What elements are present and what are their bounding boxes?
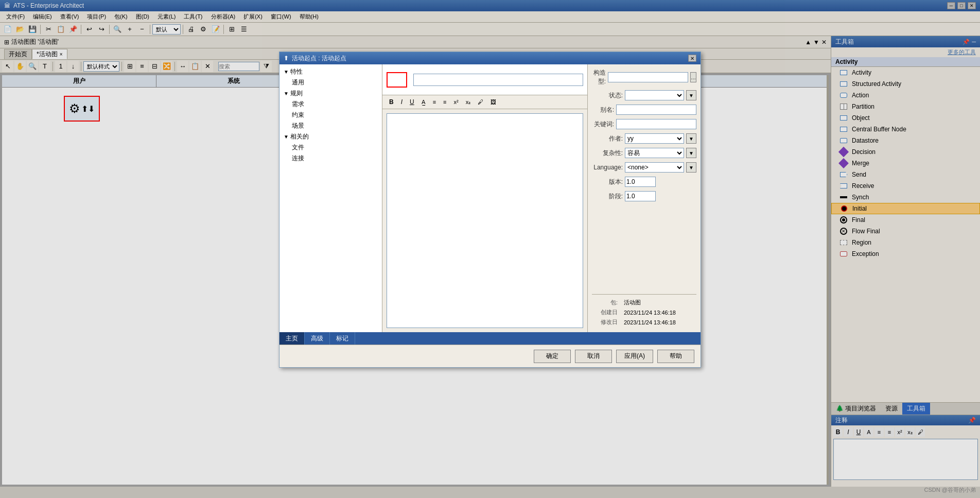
- phase-label: 阶段:: [592, 192, 623, 201]
- field-language: Language: <none> ▼: [592, 162, 696, 173]
- tree-sub-rules: 需求 约束 场景: [282, 99, 380, 131]
- te-image[interactable]: 🖼: [488, 98, 499, 106]
- keywords-input[interactable]: [616, 119, 696, 129]
- alias-label: 别名:: [592, 106, 614, 114]
- tree-item-constraints[interactable]: 约束: [290, 110, 380, 121]
- te-sub[interactable]: x₂: [463, 98, 474, 107]
- element-icon-preview: [387, 72, 407, 88]
- element-name-input[interactable]: [413, 74, 583, 86]
- te-underline[interactable]: U: [407, 97, 417, 107]
- dialog-center: B I U A̲ ≡ ≡ x² x₂ 🖋 🖼: [382, 64, 587, 332]
- ok-btn[interactable]: 确定: [534, 350, 571, 363]
- tree-item-requirements[interactable]: 需求: [290, 99, 380, 110]
- status-dropdown-btn[interactable]: ▼: [686, 90, 696, 100]
- tree-sub-related: 文件 连接: [282, 142, 380, 164]
- complexity-dropdown-btn[interactable]: ▼: [686, 148, 696, 158]
- dialog-bottom-tabs: 主页 高级 标记: [279, 332, 701, 345]
- dialog-close-btn[interactable]: ✕: [688, 55, 696, 62]
- dialog-overlay: ⬆ 活动起点 : 活动起点 ✕ 特性 通用 规则 需求 约束 场景 相关的: [0, 0, 980, 498]
- text-editor-area[interactable]: [387, 113, 583, 328]
- dialog: ⬆ 活动起点 : 活动起点 ✕ 特性 通用 规则 需求 约束 场景 相关的: [279, 51, 701, 368]
- field-phase: 阶段:: [592, 191, 696, 201]
- info-created: 创建日 2023/11/24 13:46:18: [592, 308, 696, 316]
- alias-input[interactable]: [616, 105, 696, 115]
- dialog-title: 活动起点 : 活动起点: [292, 54, 346, 63]
- tree-item-connections[interactable]: 连接: [290, 153, 380, 164]
- tree-item-scenarios[interactable]: 场景: [290, 121, 380, 131]
- te-list2[interactable]: ≡: [441, 98, 449, 106]
- text-editor-toolbar: B I U A̲ ≡ ≡ x² x₂ 🖋 🖼: [382, 95, 587, 109]
- te-list1[interactable]: ≡: [430, 98, 439, 106]
- complexity-label: 复杂性:: [592, 149, 623, 158]
- dialog-footer: 确定 取消 应用(A) 帮助: [279, 345, 701, 367]
- package-value: 活动图: [624, 299, 641, 306]
- field-keywords: 关键词:: [592, 119, 696, 129]
- info-package: 包: 活动图: [592, 299, 696, 306]
- field-version: 版本:: [592, 177, 696, 187]
- te-bold[interactable]: B: [387, 97, 396, 107]
- language-label: Language:: [592, 164, 623, 171]
- tree-sub-general: 通用: [282, 77, 380, 88]
- dialog-tab-advanced[interactable]: 高级: [305, 332, 330, 345]
- help-btn[interactable]: 帮助: [657, 350, 694, 363]
- author-dropdown-btn[interactable]: ▼: [686, 133, 696, 144]
- field-author: 作者: yy ▼: [592, 133, 696, 144]
- author-select[interactable]: yy: [625, 133, 684, 144]
- status-label: 状态:: [592, 91, 623, 100]
- version-label: 版本:: [592, 178, 623, 186]
- tree-item-related[interactable]: 相关的: [282, 131, 380, 142]
- element-description-textarea[interactable]: [387, 114, 583, 328]
- field-complexity: 复杂性: 容易 ▼: [592, 148, 696, 158]
- created-label: 创建日: [592, 308, 618, 316]
- dialog-right-panel: 构造型: … 状态: ▼ 别名:: [587, 64, 701, 332]
- te-super[interactable]: x²: [451, 98, 461, 106]
- dialog-body: 特性 通用 规则 需求 约束 场景 相关的 文件 连接: [279, 64, 701, 332]
- info-modified: 修改日 2023/11/24 13:46:18: [592, 318, 696, 326]
- tree-item-files[interactable]: 文件: [290, 142, 380, 153]
- package-label: 包:: [592, 299, 618, 306]
- created-value: 2023/11/24 13:46:18: [624, 310, 676, 316]
- field-status: 状态: ▼: [592, 90, 696, 100]
- te-font[interactable]: A̲: [419, 98, 428, 107]
- keywords-label: 关键词:: [592, 120, 614, 129]
- te-paint[interactable]: 🖋: [475, 98, 486, 106]
- te-italic[interactable]: I: [398, 97, 405, 107]
- field-alias: 别名:: [592, 105, 696, 115]
- dialog-icon: ⬆: [284, 55, 289, 62]
- field-construct-type: 构造型: …: [592, 68, 696, 86]
- version-input[interactable]: [625, 177, 656, 187]
- modified-value: 2023/11/24 13:46:18: [624, 319, 676, 325]
- cancel-btn[interactable]: 取消: [575, 350, 612, 363]
- dialog-info-section: 包: 活动图 创建日 2023/11/24 13:46:18 修改日 2023/…: [592, 294, 696, 328]
- complexity-select[interactable]: 容易: [625, 148, 684, 158]
- status-select[interactable]: [625, 90, 684, 100]
- language-dropdown-btn[interactable]: ▼: [686, 162, 696, 173]
- author-label: 作者:: [592, 134, 623, 143]
- phase-input[interactable]: [625, 191, 656, 201]
- dialog-tab-tags[interactable]: 标记: [330, 332, 355, 345]
- dialog-name-area: [382, 64, 587, 95]
- dialog-title-bar: ⬆ 活动起点 : 活动起点 ✕: [279, 52, 701, 64]
- apply-btn[interactable]: 应用(A): [616, 350, 653, 363]
- dialog-tree: 特性 通用 规则 需求 约束 场景 相关的 文件 连接: [279, 64, 382, 332]
- dialog-tab-main[interactable]: 主页: [279, 332, 305, 345]
- tree-item-general[interactable]: 通用: [290, 77, 380, 88]
- language-select[interactable]: <none>: [625, 162, 684, 173]
- construct-type-label: 构造型:: [592, 68, 606, 86]
- tree-item-properties[interactable]: 特性: [282, 66, 380, 77]
- construct-type-btn[interactable]: …: [690, 72, 696, 82]
- modified-label: 修改日: [592, 318, 618, 326]
- tree-item-rules[interactable]: 规则: [282, 88, 380, 99]
- construct-type-input[interactable]: [608, 72, 688, 82]
